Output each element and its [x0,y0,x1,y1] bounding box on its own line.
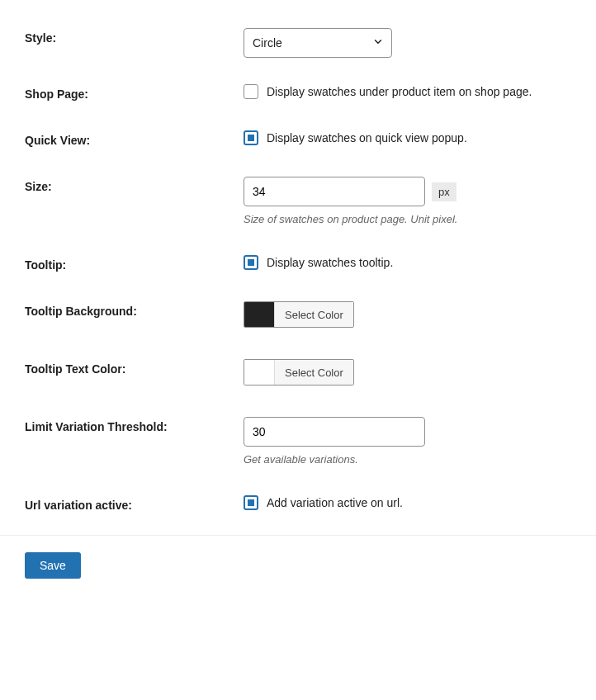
style-select[interactable]: Circle [244,28,392,58]
quick-view-checkbox[interactable] [244,130,258,145]
control-style: Circle [244,28,571,58]
shop-page-checkbox[interactable] [244,84,258,99]
url-variation-check-label: Add variation active on url. [267,496,403,509]
label-url-variation: Url variation active: [25,495,244,512]
tooltip-bg-select-button[interactable]: Select Color [274,302,353,327]
tooltip-bg-swatch [244,302,274,327]
label-quick-view: Quick View: [25,130,244,147]
size-input-row: px [244,177,571,206]
size-input[interactable] [244,177,425,206]
tooltip-text-swatch [244,360,274,385]
limit-variation-hint: Get available variations. [244,453,571,466]
label-size: Size: [25,177,244,193]
label-limit-variation: Limit Variation Threshold: [25,417,244,433]
size-unit: px [432,182,456,201]
url-variation-checkbox-row: Add variation active on url. [244,495,571,510]
shop-page-checkbox-row: Display swatches under product item on s… [244,84,571,99]
label-shop-page: Shop Page: [25,84,244,101]
control-size: px Size of swatches on product page. Uni… [244,177,571,225]
url-variation-checkbox[interactable] [244,495,258,510]
row-shop-page: Shop Page: Display swatches under produc… [0,69,596,116]
label-tooltip: Tooltip: [25,255,244,272]
save-button[interactable]: Save [25,552,81,579]
tooltip-bg-color-picker[interactable]: Select Color [244,301,354,328]
style-select-wrap: Circle [244,28,392,58]
control-tooltip: Display swatches tooltip. [244,255,571,270]
style-select-value: Circle [253,36,282,50]
size-hint: Size of swatches on product page. Unit p… [244,213,571,225]
control-limit-variation: Get available variations. [244,417,571,466]
quick-view-checkbox-row: Display swatches on quick view popup. [244,130,571,145]
row-style: Style: Circle [0,17,596,69]
tooltip-checkbox-row: Display swatches tooltip. [244,255,571,270]
control-tooltip-text: Select Color [244,359,571,387]
tooltip-text-color-picker[interactable]: Select Color [244,359,354,385]
label-style: Style: [25,28,244,45]
control-shop-page: Display swatches under product item on s… [244,84,571,99]
tooltip-text-select-button[interactable]: Select Color [274,360,353,385]
row-quick-view: Quick View: Display swatches on quick vi… [0,116,596,162]
row-tooltip-bg: Tooltip Background: Select Color [0,286,596,344]
label-tooltip-text: Tooltip Text Color: [25,359,244,376]
row-tooltip: Tooltip: Display swatches tooltip. [0,240,596,286]
tooltip-checkbox[interactable] [244,255,258,270]
tooltip-check-label: Display swatches tooltip. [267,256,393,269]
row-url-variation: Url variation active: Add variation acti… [0,480,596,527]
label-tooltip-bg: Tooltip Background: [25,301,244,318]
shop-page-check-label: Display swatches under product item on s… [267,85,532,98]
limit-variation-input[interactable] [244,417,425,447]
row-size: Size: px Size of swatches on product pag… [0,162,596,240]
row-tooltip-text: Tooltip Text Color: Select Color [0,344,596,402]
quick-view-check-label: Display swatches on quick view popup. [267,131,467,144]
control-url-variation: Add variation active on url. [244,495,571,510]
footer: Save [0,536,596,579]
control-tooltip-bg: Select Color [244,301,571,329]
row-limit-variation: Limit Variation Threshold: Get available… [0,402,596,480]
control-quick-view: Display swatches on quick view popup. [244,130,571,145]
